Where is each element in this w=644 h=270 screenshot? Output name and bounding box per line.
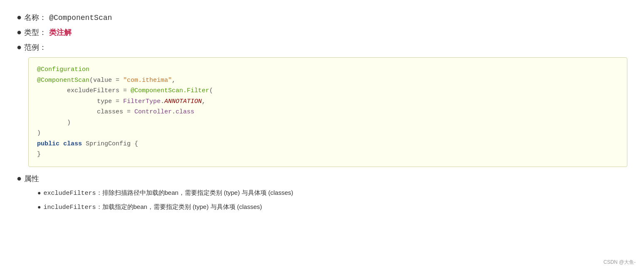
code-line-2-comma: , (172, 77, 176, 84)
code-line-9: } (37, 151, 41, 158)
code-line-1: @Configuration (37, 66, 89, 73)
prop-desc-1: ：排除扫描路径中加载的bean，需要指定类别 (type) 与具体项 (clas… (96, 189, 293, 196)
name-label: 名称： (24, 12, 47, 22)
code-line-8-public: public (37, 140, 59, 147)
code-line-8-class (59, 140, 63, 147)
name-value: @ComponentScan (49, 14, 112, 22)
name-bullet: ● (17, 12, 22, 22)
properties-title-row: ● 属性 (17, 174, 627, 184)
code-block: @Configuration @ComponentScan(value = "c… (28, 57, 627, 167)
code-line-5-classes: classes = (37, 108, 134, 115)
property-text-2: includeFilters：加载指定的bean，需要指定类别 (type) 与… (43, 202, 262, 213)
property-text-1: excludeFilters：排除扫描路径中加载的bean，需要指定类别 (ty… (43, 188, 293, 199)
name-section: ● 名称： @ComponentScan (17, 12, 627, 22)
type-section: ● 类型： 类注解 (17, 27, 627, 37)
code-line-4-comma: , (202, 98, 206, 105)
property-item-1: ● excludeFilters：排除扫描路径中加载的bean，需要指定类别 (… (37, 188, 627, 199)
code-line-6: ) (37, 119, 71, 126)
example-section: ● 范例： (17, 42, 627, 52)
type-bullet: ● (17, 27, 22, 37)
example-bullet: ● (17, 42, 22, 52)
property-bullet-2: ● (37, 204, 41, 210)
properties-section: ● 属性 ● excludeFilters：排除扫描路径中加载的bean，需要指… (17, 174, 627, 213)
type-value: 类注解 (49, 27, 72, 37)
properties-bullet: ● (17, 174, 22, 183)
code-line-4-type: type = (37, 98, 123, 105)
code-line-4-dot: . (161, 98, 164, 105)
code-line-3-paren: ( (209, 87, 213, 94)
code-line-2-annotation: @ComponentScan (37, 77, 89, 84)
properties-label: 属性 (24, 174, 39, 184)
code-line-5-dot: . (172, 108, 176, 115)
type-label: 类型： (24, 27, 47, 37)
example-label: 范例： (24, 42, 47, 52)
code-line-4-annotation: ANNOTATION (164, 98, 202, 105)
property-item-2: ● includeFilters：加载指定的bean，需要指定类别 (type)… (37, 202, 627, 213)
code-line-3: excludeFilters = (37, 87, 131, 94)
code-line-4-filtertype: FilterType (123, 98, 161, 105)
code-line-3-annotation: @ComponentScan.Filter (131, 87, 209, 94)
code-line-2-params: (value = (89, 77, 123, 84)
property-bullet-1: ● (37, 189, 41, 196)
prop-name-1: excludeFilters (43, 190, 96, 197)
code-line-8-class-kw: class (63, 140, 82, 147)
code-line-2-string: "com.itheima" (123, 77, 172, 84)
code-line-8-classname: SpringConfig { (82, 140, 138, 147)
prop-name-2: includeFilters (43, 204, 96, 211)
prop-desc-2: ：加载指定的bean，需要指定类别 (type) 与具体项 (classes) (96, 203, 262, 210)
watermark: CSDN @大鱼- (603, 259, 636, 266)
code-line-7: ) (37, 130, 41, 137)
code-line-5-controller: Controller (134, 108, 172, 115)
code-line-5-class: class (176, 108, 194, 115)
